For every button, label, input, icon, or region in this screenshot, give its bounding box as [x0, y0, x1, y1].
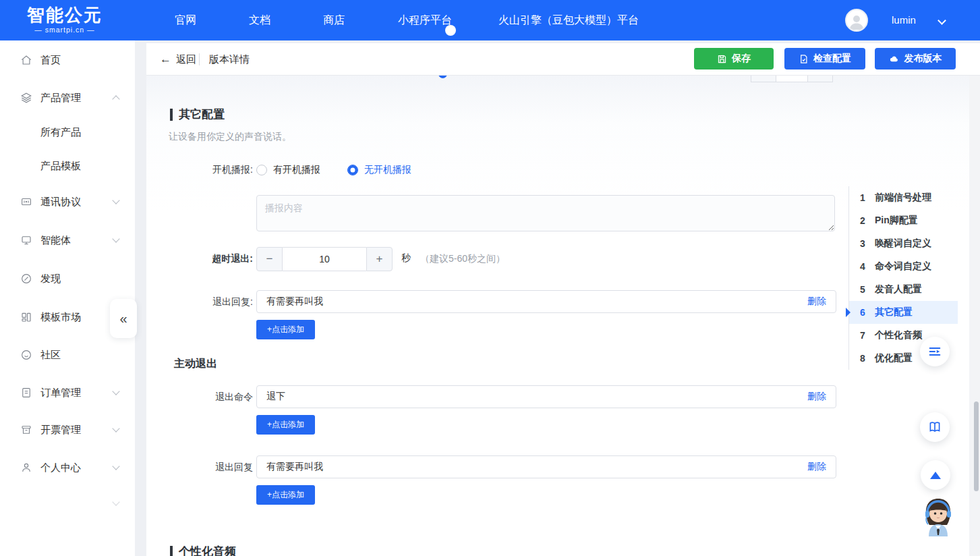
sidebar-item-label: 发现: [40, 273, 61, 285]
chevron-down-icon: [112, 498, 119, 505]
boot-broadcast-label: 开机播报:: [146, 164, 253, 176]
radio-none-label[interactable]: 无开机播报: [364, 164, 411, 176]
floppy-disk-icon: [717, 54, 727, 64]
back-to-top-button[interactable]: [921, 460, 950, 490]
boot-broadcast-radio-group: 有开机播报 无开机播报: [256, 163, 411, 177]
delete-link[interactable]: 删除: [807, 391, 826, 403]
save-button[interactable]: 保存: [694, 48, 774, 70]
username-label[interactable]: lumin: [892, 0, 916, 40]
sidebar-item-community[interactable]: 社区: [0, 345, 135, 364]
sidebar-item-product-templates[interactable]: 产品模板: [0, 157, 135, 175]
delete-link[interactable]: 删除: [807, 296, 826, 308]
timeout-hint: （建议5-60秒之间）: [420, 253, 505, 265]
assistant-mascot[interactable]: [919, 496, 958, 536]
sidebar-item-communication-protocol[interactable]: 通讯协议: [0, 192, 135, 211]
exit-reply-input[interactable]: [256, 290, 836, 313]
add-exit-reply2-button[interactable]: +点击添加: [256, 485, 315, 505]
section-title: 个性化音频: [179, 544, 236, 556]
active-exit-heading: 主动退出: [174, 357, 217, 371]
anchor-item-pin-config[interactable]: 2 Pin脚配置: [849, 209, 958, 232]
back-button[interactable]: ← 返回: [160, 43, 196, 76]
sidebar-item-label: 通讯协议: [40, 196, 81, 208]
publish-version-button[interactable]: 发布版本: [875, 48, 956, 70]
add-exit-reply-button[interactable]: +点击添加: [256, 320, 315, 339]
brand-logo[interactable]: 智能公元 — smartpi.cn —: [27, 5, 103, 34]
sidebar-item-all-products[interactable]: 所有产品: [0, 123, 135, 142]
partial-radio-cutoff: [438, 76, 447, 78]
sidebar-item-label: 智能体: [40, 234, 71, 247]
exit-reply2-input[interactable]: [256, 455, 836, 478]
sidebar-item-discover[interactable]: 发现: [0, 269, 135, 288]
section-subtitle: 让设备用你定义的声音说话。: [169, 131, 291, 143]
section-accent-bar: [170, 546, 173, 556]
home-icon: [20, 54, 32, 66]
add-exit-command-button[interactable]: +点击添加: [256, 415, 315, 435]
document-icon: [20, 387, 32, 399]
check-config-label: 检查配置: [813, 53, 851, 65]
check-config-button[interactable]: 检查配置: [784, 48, 865, 70]
user-avatar[interactable]: [845, 9, 868, 32]
partial-stepper-cutoff[interactable]: [751, 76, 833, 82]
chevron-down-icon: [112, 196, 119, 204]
radio-has-boot-broadcast[interactable]: [256, 165, 267, 175]
sidebar-item-home[interactable]: 首页: [0, 51, 135, 70]
sidebar-item-order-management[interactable]: 订单管理: [0, 383, 135, 402]
sidebar-collapse-button[interactable]: «: [110, 299, 137, 338]
chevron-up-icon: [112, 95, 119, 103]
nav-link-docs[interactable]: 文档: [249, 0, 270, 40]
double-chevron-left-icon: «: [119, 311, 127, 327]
sidebar-item-label: 订单管理: [40, 387, 81, 399]
person-icon: [20, 462, 32, 474]
cloud-icon: [889, 54, 900, 64]
chevron-down-icon[interactable]: [938, 16, 946, 25]
radio-has-label[interactable]: 有开机播报: [273, 164, 320, 176]
anchor-item-command-words[interactable]: 4 命令词自定义: [849, 255, 958, 278]
sidebar-item-product-management[interactable]: 产品管理: [0, 88, 135, 107]
page-title: 版本详情: [209, 43, 250, 76]
exit-reply-label: 退出回复:: [146, 296, 253, 308]
timeout-value-input[interactable]: [283, 247, 366, 271]
open-book-icon: [927, 420, 942, 435]
layout-grid-icon: [20, 311, 32, 323]
chevron-down-icon: [112, 462, 119, 470]
smiley-icon: [20, 349, 32, 361]
stepper-plus-button[interactable]: +: [366, 247, 393, 271]
sidebar-item-invoice-management[interactable]: 开票管理: [0, 420, 135, 439]
broadcast-content-textarea[interactable]: [256, 195, 835, 231]
anchor-item-speaker-config[interactable]: 5 发音人配置: [849, 278, 958, 301]
stepper-minus-button[interactable]: −: [256, 247, 283, 271]
brand-subtitle: — smartpi.cn —: [27, 26, 103, 34]
stepper-minus-button[interactable]: [751, 76, 776, 82]
scrollbar-thumb[interactable]: [974, 401, 979, 491]
exit-command-input[interactable]: [256, 385, 836, 408]
sidebar-item-agent[interactable]: 智能体: [0, 231, 135, 250]
section-header-other-config: 其它配置: [170, 107, 225, 122]
sidebar-item-personal-center[interactable]: 个人中心: [0, 458, 135, 477]
minus-icon: −: [266, 252, 273, 266]
exit-reply-input-row: 删除: [256, 290, 836, 313]
save-button-label: 保存: [732, 53, 751, 65]
back-arrow-icon: ←: [160, 53, 171, 66]
nav-link-store[interactable]: 商店: [323, 0, 345, 40]
toc-float-button[interactable]: [920, 337, 950, 366]
delete-link[interactable]: 删除: [807, 461, 826, 473]
section-header-personalized-audio: 个性化音频: [170, 544, 236, 556]
anchor-item-wakeword[interactable]: 3 唤醒词自定义: [849, 232, 958, 255]
document-check-icon: [799, 54, 809, 64]
active-anchor-arrow-icon: [846, 308, 851, 317]
nav-link-volcengine-platform[interactable]: 火山引擎（豆包大模型）平台: [498, 0, 639, 40]
anchor-item-frontend-signal[interactable]: 1 前端信号处理: [849, 186, 958, 209]
stepper-plus-button[interactable]: [807, 76, 833, 82]
nav-link-miniprogram-platform[interactable]: 小程序平台: [398, 0, 452, 40]
layers-icon: [20, 92, 32, 104]
sidebar-item-label: 产品模板: [40, 160, 81, 173]
docs-float-button[interactable]: [920, 412, 950, 442]
radio-no-boot-broadcast[interactable]: [347, 165, 358, 175]
brand-title: 智能公元: [27, 5, 103, 25]
sidebar-item-extra[interactable]: [0, 494, 135, 513]
anchor-item-other-config-active[interactable]: 6 其它配置: [849, 301, 958, 324]
nav-link-official-site[interactable]: 官网: [175, 0, 196, 40]
up-triangle-icon: [930, 472, 941, 479]
person-icon: [847, 12, 866, 31]
stepper-value-field[interactable]: [776, 76, 807, 82]
